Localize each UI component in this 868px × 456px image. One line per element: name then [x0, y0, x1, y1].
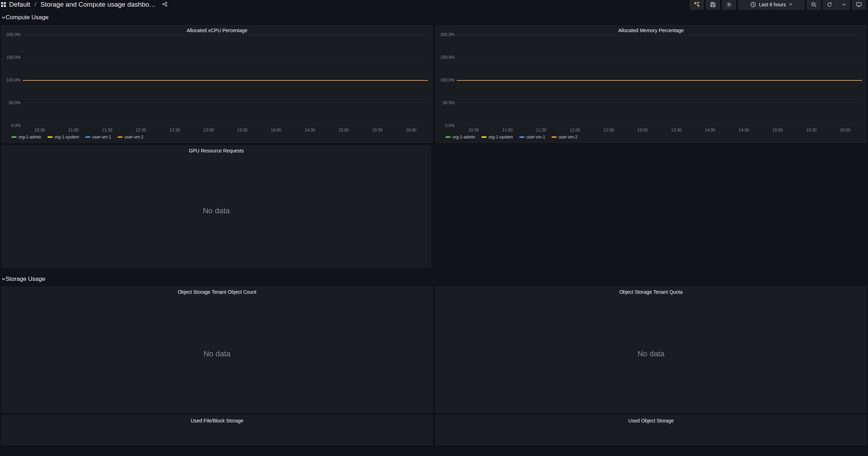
chart-x-axis: 10:3011:0011:3012:0012:3013:0013:3014:00… [436, 126, 866, 133]
refresh-now[interactable] [823, 0, 836, 10]
chevron-down-icon [1, 15, 6, 20]
panel-object-count-title: Object Storage Tenant Object Count [2, 287, 432, 296]
x-tick: 14:00 [693, 128, 727, 133]
tv-mode-button[interactable] [852, 0, 866, 10]
svg-point-4 [163, 3, 164, 5]
svg-rect-2 [1, 5, 3, 7]
clock-icon [750, 2, 756, 7]
legend-item[interactable]: org-1-admin [446, 135, 475, 140]
panel-empty-placeholder [434, 145, 867, 268]
svg-rect-10 [697, 2, 699, 3]
x-tick: 14:30 [727, 128, 761, 133]
breadcrumb: Default / Storage and Compute usage dash… [1, 1, 168, 8]
y-tick: 100.0% [6, 78, 21, 83]
y-tick: 50.0% [443, 100, 455, 105]
compute-row-panels-2: GPU Resource Requests No data [0, 145, 868, 271]
panel-gpu-title: GPU Resource Requests [2, 146, 431, 155]
row-title: Compute Usage [6, 14, 49, 21]
x-tick: 11:00 [491, 128, 525, 133]
panel-object-count[interactable]: Object Storage Tenant Object Count No da… [1, 287, 433, 413]
chart-legend: org-1-adminorg-1-systemuser-vm-1user-vm-… [436, 133, 866, 142]
no-data-label: No data [637, 349, 664, 358]
x-tick: 10:30 [23, 128, 57, 133]
chart-legend: org-1-adminorg-1-systemuser-vm-1user-vm-… [2, 133, 432, 142]
row-storage-usage[interactable]: Storage Usage [0, 271, 868, 287]
svg-rect-11 [697, 4, 698, 6]
legend-item[interactable]: user-vm-2 [552, 135, 578, 140]
series-line [23, 80, 428, 81]
breadcrumb-dashboard-title[interactable]: Storage and Compute usage dashbo… [40, 1, 156, 8]
x-tick: 15:00 [327, 128, 361, 133]
panel-object-storage[interactable]: Used Object Storage [435, 415, 867, 445]
svg-rect-9 [694, 2, 696, 4]
x-tick: 13:00 [626, 128, 660, 133]
panel-object-quota[interactable]: Object Storage Tenant Quota No data [435, 287, 867, 413]
legend-item[interactable]: org-1-system [482, 135, 513, 140]
x-tick: 13:00 [192, 128, 226, 133]
svg-line-8 [164, 4, 166, 5]
panel-memory-title: Allocated Memory Percentage [436, 26, 866, 35]
y-tick: 50.0% [9, 100, 21, 105]
time-range-picker[interactable]: Last 6 hours [738, 0, 805, 10]
panel-vcpu[interactable]: Allocated vCPU Percentage 0.0%50.0%100.0… [1, 25, 433, 143]
x-tick: 14:00 [259, 128, 293, 133]
x-tick: 14:30 [293, 128, 327, 133]
x-tick: 12:00 [558, 128, 592, 133]
svg-line-7 [164, 3, 166, 3]
refresh-icon [827, 2, 832, 7]
x-tick: 16:00 [828, 128, 862, 133]
row-compute-usage[interactable]: Compute Usage [0, 9, 868, 25]
legend-item[interactable]: org-1-system [48, 135, 79, 140]
chart-plot: 0.0%50.0%100.0%150.0%200.0% [436, 35, 866, 126]
svg-rect-1 [4, 2, 6, 4]
zoom-out-button[interactable] [807, 0, 821, 10]
legend-item[interactable]: user-vm-2 [118, 135, 144, 140]
add-panel-button[interactable] [690, 0, 704, 10]
svg-point-15 [728, 4, 730, 6]
panel-object-quota-title: Object Storage Tenant Quota [436, 287, 866, 296]
time-range-label: Last 6 hours [759, 2, 786, 7]
no-data-label: No data [203, 349, 230, 358]
dashboard-grid-icon[interactable] [1, 2, 6, 7]
x-tick: 13:30 [225, 128, 259, 133]
breadcrumb-folder[interactable]: Default [9, 1, 30, 8]
y-tick: 100.0% [440, 78, 455, 83]
share-icon[interactable] [162, 1, 168, 8]
refresh-interval-dropdown[interactable] [839, 0, 849, 10]
breadcrumb-separator: / [34, 1, 36, 8]
x-tick: 15:30 [360, 128, 394, 133]
y-tick: 0.0% [11, 123, 21, 128]
x-tick: 12:30 [592, 128, 626, 133]
x-tick: 13:30 [659, 128, 693, 133]
y-tick: 200.0% [440, 32, 455, 37]
panel-file-block[interactable]: Used File/Block Storage [1, 415, 433, 445]
legend-item[interactable]: org-1-admin [12, 135, 41, 140]
chevron-down-icon [1, 277, 6, 281]
legend-item[interactable]: user-vm-1 [519, 135, 545, 140]
series-line [457, 80, 862, 81]
x-tick: 15:00 [761, 128, 795, 133]
x-tick: 11:30 [524, 128, 558, 133]
panel-gpu[interactable]: GPU Resource Requests No data [1, 145, 431, 268]
x-tick: 12:30 [158, 128, 192, 133]
compute-row-panels-1: Allocated vCPU Percentage 0.0%50.0%100.0… [0, 25, 868, 145]
save-dashboard-button[interactable] [706, 0, 720, 10]
x-tick: 11:00 [57, 128, 91, 133]
panel-object-storage-title: Used Object Storage [436, 416, 866, 425]
chart-plot: 0.0%50.0%100.0%150.0%200.0% [2, 35, 432, 126]
panel-vcpu-title: Allocated vCPU Percentage [2, 26, 432, 35]
x-tick: 15:30 [794, 128, 828, 133]
svg-rect-3 [4, 5, 6, 7]
refresh-button[interactable] [823, 0, 850, 10]
x-tick: 16:00 [394, 128, 428, 133]
legend-item[interactable]: user-vm-1 [85, 135, 111, 140]
svg-point-6 [166, 5, 167, 6]
chevron-down-icon [789, 2, 792, 7]
toolbar: Last 6 hours [690, 0, 866, 10]
storage-row-panels-2: Used File/Block Storage Used Object Stor… [0, 415, 868, 448]
y-tick: 150.0% [440, 55, 455, 60]
panel-memory[interactable]: Allocated Memory Percentage 0.0%50.0%100… [435, 25, 867, 143]
x-tick: 11:30 [90, 128, 124, 133]
svg-line-18 [815, 6, 816, 7]
dashboard-settings-button[interactable] [722, 0, 736, 10]
